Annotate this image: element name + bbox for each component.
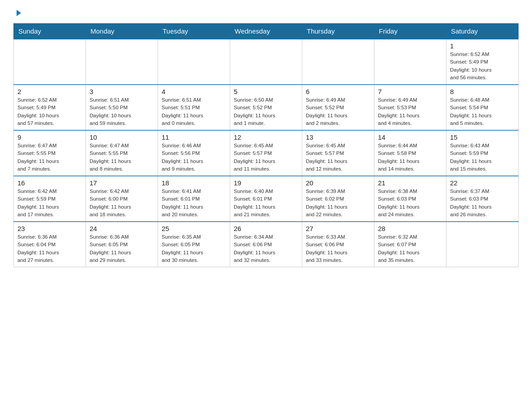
day-number: 26 — [234, 225, 298, 232]
calendar-table: SundayMondayTuesdayWednesdayThursdayFrid… — [13, 23, 519, 267]
day-info: Sunrise: 6:42 AM Sunset: 6:00 PM Dayligh… — [90, 188, 154, 218]
day-info: Sunrise: 6:44 AM Sunset: 5:58 PM Dayligh… — [378, 142, 442, 173]
day-info: Sunrise: 6:35 AM Sunset: 6:05 PM Dayligh… — [162, 233, 226, 264]
calendar-cell: 1Sunrise: 6:52 AM Sunset: 5:49 PM Daylig… — [446, 39, 519, 85]
day-number: 13 — [306, 133, 370, 141]
calendar-cell — [158, 39, 230, 85]
day-number: 7 — [378, 88, 442, 95]
day-info: Sunrise: 6:47 AM Sunset: 5:55 PM Dayligh… — [90, 142, 154, 173]
day-info: Sunrise: 6:39 AM Sunset: 6:02 PM Dayligh… — [306, 188, 370, 218]
calendar-cell: 8Sunrise: 6:48 AM Sunset: 5:54 PM Daylig… — [446, 85, 519, 130]
weekday-header-monday: Monday — [86, 24, 158, 39]
week-row-2: 2Sunrise: 6:52 AM Sunset: 5:49 PM Daylig… — [14, 85, 519, 130]
day-number: 16 — [17, 179, 82, 187]
day-info: Sunrise: 6:51 AM Sunset: 5:51 PM Dayligh… — [162, 96, 226, 127]
day-info: Sunrise: 6:33 AM Sunset: 6:06 PM Dayligh… — [306, 233, 370, 264]
day-number: 11 — [162, 133, 226, 141]
day-number: 1 — [450, 42, 515, 50]
day-info: Sunrise: 6:46 AM Sunset: 5:56 PM Dayligh… — [162, 142, 226, 173]
day-info: Sunrise: 6:47 AM Sunset: 5:55 PM Dayligh… — [17, 142, 82, 173]
day-number: 2 — [17, 88, 82, 95]
calendar-cell: 13Sunrise: 6:45 AM Sunset: 5:57 PM Dayli… — [302, 130, 374, 176]
weekday-header-saturday: Saturday — [446, 24, 519, 39]
day-info: Sunrise: 6:48 AM Sunset: 5:54 PM Dayligh… — [450, 96, 515, 127]
day-info: Sunrise: 6:49 AM Sunset: 5:53 PM Dayligh… — [378, 96, 442, 127]
day-number: 23 — [17, 225, 82, 232]
day-number: 18 — [162, 179, 226, 187]
day-number: 17 — [90, 179, 154, 187]
weekday-header-sunday: Sunday — [14, 24, 86, 39]
week-row-3: 9Sunrise: 6:47 AM Sunset: 5:55 PM Daylig… — [14, 130, 519, 176]
calendar-cell: 15Sunrise: 6:43 AM Sunset: 5:59 PM Dayli… — [446, 130, 519, 176]
day-info: Sunrise: 6:42 AM Sunset: 5:59 PM Dayligh… — [17, 188, 82, 218]
logo-arrow-icon — [15, 9, 23, 19]
calendar-cell: 21Sunrise: 6:38 AM Sunset: 6:03 PM Dayli… — [374, 176, 446, 222]
calendar-cell: 5Sunrise: 6:50 AM Sunset: 5:52 PM Daylig… — [230, 85, 302, 130]
day-info: Sunrise: 6:45 AM Sunset: 5:57 PM Dayligh… — [306, 142, 370, 173]
calendar-cell: 25Sunrise: 6:35 AM Sunset: 6:05 PM Dayli… — [158, 222, 230, 267]
page-header — [13, 9, 519, 19]
day-info: Sunrise: 6:32 AM Sunset: 6:07 PM Dayligh… — [378, 233, 442, 264]
day-info: Sunrise: 6:36 AM Sunset: 6:04 PM Dayligh… — [17, 233, 82, 264]
calendar-cell: 22Sunrise: 6:37 AM Sunset: 6:03 PM Dayli… — [446, 176, 519, 222]
day-info: Sunrise: 6:45 AM Sunset: 5:57 PM Dayligh… — [234, 142, 298, 173]
calendar-cell: 3Sunrise: 6:51 AM Sunset: 5:50 PM Daylig… — [86, 85, 158, 130]
day-info: Sunrise: 6:37 AM Sunset: 6:03 PM Dayligh… — [450, 188, 515, 218]
day-number: 28 — [378, 225, 442, 232]
calendar-cell — [86, 39, 158, 85]
day-number: 22 — [450, 179, 515, 187]
day-info: Sunrise: 6:52 AM Sunset: 5:49 PM Dayligh… — [450, 51, 515, 81]
calendar-cell: 16Sunrise: 6:42 AM Sunset: 5:59 PM Dayli… — [14, 176, 86, 222]
calendar-cell: 6Sunrise: 6:49 AM Sunset: 5:52 PM Daylig… — [302, 85, 374, 130]
calendar-cell — [374, 39, 446, 85]
day-number: 21 — [378, 179, 442, 187]
calendar-cell: 12Sunrise: 6:45 AM Sunset: 5:57 PM Dayli… — [230, 130, 302, 176]
day-number: 9 — [17, 133, 82, 141]
calendar-cell — [446, 222, 519, 267]
calendar-cell — [14, 39, 86, 85]
calendar-cell: 10Sunrise: 6:47 AM Sunset: 5:55 PM Dayli… — [86, 130, 158, 176]
calendar-cell — [230, 39, 302, 85]
calendar-cell: 24Sunrise: 6:36 AM Sunset: 6:05 PM Dayli… — [86, 222, 158, 267]
calendar-cell: 18Sunrise: 6:41 AM Sunset: 6:01 PM Dayli… — [158, 176, 230, 222]
day-number: 25 — [162, 225, 226, 232]
calendar-cell: 2Sunrise: 6:52 AM Sunset: 5:49 PM Daylig… — [14, 85, 86, 130]
weekday-header-row: SundayMondayTuesdayWednesdayThursdayFrid… — [14, 24, 519, 39]
calendar-cell: 26Sunrise: 6:34 AM Sunset: 6:06 PM Dayli… — [230, 222, 302, 267]
calendar-cell: 28Sunrise: 6:32 AM Sunset: 6:07 PM Dayli… — [374, 222, 446, 267]
calendar-cell: 9Sunrise: 6:47 AM Sunset: 5:55 PM Daylig… — [14, 130, 86, 176]
day-info: Sunrise: 6:40 AM Sunset: 6:01 PM Dayligh… — [234, 188, 298, 218]
calendar-cell: 14Sunrise: 6:44 AM Sunset: 5:58 PM Dayli… — [374, 130, 446, 176]
calendar-cell: 20Sunrise: 6:39 AM Sunset: 6:02 PM Dayli… — [302, 176, 374, 222]
calendar-cell: 17Sunrise: 6:42 AM Sunset: 6:00 PM Dayli… — [86, 176, 158, 222]
calendar-cell: 27Sunrise: 6:33 AM Sunset: 6:06 PM Dayli… — [302, 222, 374, 267]
day-info: Sunrise: 6:50 AM Sunset: 5:52 PM Dayligh… — [234, 96, 298, 127]
day-info: Sunrise: 6:52 AM Sunset: 5:49 PM Dayligh… — [17, 96, 82, 127]
day-info: Sunrise: 6:49 AM Sunset: 5:52 PM Dayligh… — [306, 96, 370, 127]
day-number: 14 — [378, 133, 442, 141]
week-row-5: 23Sunrise: 6:36 AM Sunset: 6:04 PM Dayli… — [14, 222, 519, 267]
calendar-cell: 23Sunrise: 6:36 AM Sunset: 6:04 PM Dayli… — [14, 222, 86, 267]
day-number: 5 — [234, 88, 298, 95]
day-number: 6 — [306, 88, 370, 95]
week-row-4: 16Sunrise: 6:42 AM Sunset: 5:59 PM Dayli… — [14, 176, 519, 222]
weekday-header-thursday: Thursday — [302, 24, 374, 39]
day-number: 27 — [306, 225, 370, 232]
calendar-cell — [302, 39, 374, 85]
day-number: 20 — [306, 179, 370, 187]
calendar-cell: 19Sunrise: 6:40 AM Sunset: 6:01 PM Dayli… — [230, 176, 302, 222]
week-row-1: 1Sunrise: 6:52 AM Sunset: 5:49 PM Daylig… — [14, 39, 519, 85]
calendar-cell: 4Sunrise: 6:51 AM Sunset: 5:51 PM Daylig… — [158, 85, 230, 130]
day-number: 3 — [90, 88, 154, 95]
day-number: 19 — [234, 179, 298, 187]
day-info: Sunrise: 6:51 AM Sunset: 5:50 PM Dayligh… — [90, 96, 154, 127]
calendar-cell: 7Sunrise: 6:49 AM Sunset: 5:53 PM Daylig… — [374, 85, 446, 130]
day-number: 10 — [90, 133, 154, 141]
weekday-header-tuesday: Tuesday — [158, 24, 230, 39]
day-number: 8 — [450, 88, 515, 95]
day-number: 4 — [162, 88, 226, 95]
day-info: Sunrise: 6:41 AM Sunset: 6:01 PM Dayligh… — [162, 188, 226, 218]
day-number: 12 — [234, 133, 298, 141]
day-info: Sunrise: 6:38 AM Sunset: 6:03 PM Dayligh… — [378, 188, 442, 218]
weekday-header-wednesday: Wednesday — [230, 24, 302, 39]
